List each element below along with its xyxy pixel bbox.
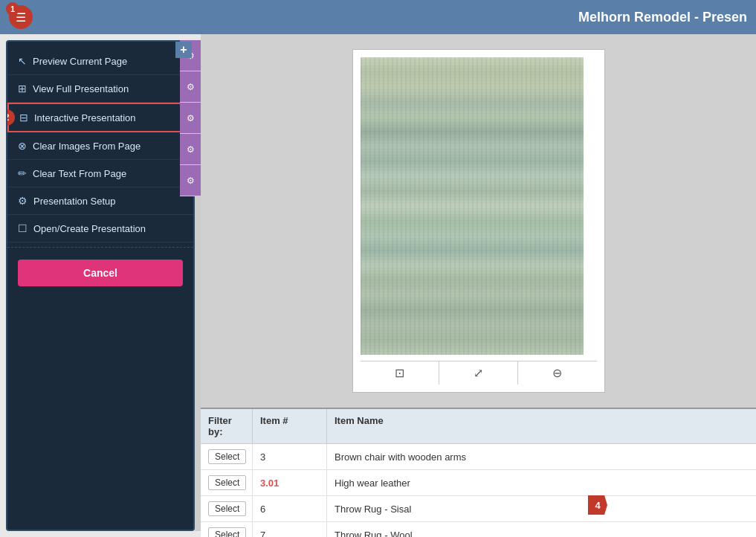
image-action-bar: ⊡ ⤢ ⊖ — [361, 361, 597, 385]
item-name-cell: Throw Rug - Wool — [327, 522, 756, 537]
select-cell: Select — [201, 496, 253, 521]
app-wrapper: ☰ 1 Melhorn Remodel - Presen + ↖ Preview… — [0, 0, 756, 537]
table-row: Select 3.01 High wear leather — [201, 470, 756, 496]
select-button[interactable]: Select — [208, 475, 246, 490]
left-panel-wrapper: + ↖ Preview Current Page ⊞ View Full Pre… — [0, 34, 201, 537]
select-cell: Select — [201, 470, 253, 495]
table-row: Select 3 Brown chair with wooden arms — [201, 444, 756, 470]
item-num-value: 3.01 — [260, 477, 279, 489]
interactive-icon: ⊟ — [19, 112, 28, 123]
add-button[interactable]: + — [175, 42, 192, 58]
cancel-button[interactable]: Cancel — [18, 260, 183, 286]
menu-item-clear-text[interactable]: ✏ Clear Text From Page — [7, 160, 193, 187]
bottom-table: 4 Filter by: Item # Item Name Select 3 B… — [201, 408, 756, 537]
menu-item-clear-images[interactable]: ⊗ Clear Images From Page — [7, 132, 193, 160]
item-num-cell: 3 — [253, 444, 327, 469]
select-button[interactable]: Select — [208, 501, 246, 516]
badge-1: 1 — [6, 2, 19, 16]
menu-item-preview-label: Preview Current Page — [33, 56, 127, 67]
table-row: Select 6 Throw Rug - Sisal — [201, 496, 756, 522]
item-num-cell: 3.01 — [253, 470, 327, 495]
menu-item-interactive[interactable]: 2 ⊟ Interactive Presentation — [7, 103, 193, 132]
menu-item-clear-text-label: Clear Text From Page — [33, 168, 126, 179]
item-num-header: Item # — [253, 409, 327, 443]
clear-images-icon: ⊗ — [18, 140, 27, 152]
gear-icon-4[interactable]: ⚙ — [180, 134, 201, 165]
badge-4: 4 — [588, 495, 607, 515]
pin-icon: ⊡ — [395, 366, 404, 380]
menu-item-view-full-label: View Full Presentation — [33, 83, 129, 94]
select-cell: Select — [201, 444, 253, 469]
right-panel: ⊡ ⤢ ⊖ 4 Filter by: — [201, 34, 756, 537]
pin-button[interactable]: ⊡ — [361, 361, 439, 385]
gear-icon-2[interactable]: ⚙ — [180, 71, 201, 103]
clear-text-icon: ✏ — [18, 167, 27, 179]
menu-item-pres-setup[interactable]: ⚙ Presentation Setup — [7, 187, 193, 215]
expand-icon: ⤢ — [474, 366, 483, 380]
gear-icon-5[interactable]: ⚙ — [180, 165, 201, 196]
select-button[interactable]: Select — [208, 449, 246, 464]
item-name-header: Item Name — [327, 409, 756, 443]
item-name-cell: Brown chair with wooden arms — [327, 444, 756, 469]
image-card: ⊡ ⤢ ⊖ — [352, 49, 605, 393]
menu-item-preview[interactable]: ↖ Preview Current Page — [7, 48, 193, 75]
badge-2: 2 — [6, 109, 15, 126]
preview-icon: ↖ — [18, 55, 27, 67]
item-name-cell: High wear leather — [327, 470, 756, 495]
app-title: Melhorn Remodel - Presen — [578, 10, 747, 25]
filter-by-header: Filter by: — [201, 409, 253, 443]
menu-item-open-create[interactable]: ☐ Open/Create Presentation — [7, 215, 193, 242]
menu-separator — [7, 247, 193, 248]
gear-icon-3[interactable]: ⚙ — [180, 103, 201, 134]
menu-item-interactive-label: Interactive Presentation — [34, 112, 136, 123]
remove-button[interactable]: ⊖ — [518, 361, 596, 385]
table-row: Select 7 Throw Rug - Wool — [201, 522, 756, 537]
preview-area: ⊡ ⤢ ⊖ — [201, 34, 756, 408]
top-bar: ☰ 1 Melhorn Remodel - Presen — [0, 0, 756, 34]
menu-item-pres-setup-label: Presentation Setup — [33, 196, 116, 207]
select-cell: Select — [201, 522, 253, 537]
item-num-cell: 7 — [253, 522, 327, 537]
select-button[interactable]: Select — [208, 527, 246, 537]
menu-item-open-create-label: Open/Create Presentation — [33, 223, 146, 234]
expand-button[interactable]: ⤢ — [439, 361, 518, 385]
menu-item-view-full[interactable]: ⊞ View Full Presentation — [7, 75, 193, 103]
rug-image — [361, 57, 584, 355]
item-name-cell: Throw Rug - Sisal — [327, 496, 756, 521]
pres-setup-icon: ⚙ — [18, 195, 28, 207]
view-full-icon: ⊞ — [18, 83, 27, 94]
remove-icon: ⊖ — [552, 366, 562, 380]
main-content: + ↖ Preview Current Page ⊞ View Full Pre… — [0, 34, 756, 537]
open-create-icon: ☐ — [18, 222, 28, 234]
table-header: Filter by: Item # Item Name — [201, 409, 756, 444]
item-num-cell: 6 — [253, 496, 327, 521]
menu-panel: ↖ Preview Current Page ⊞ View Full Prese… — [6, 40, 195, 531]
left-panel: + ↖ Preview Current Page ⊞ View Full Pre… — [0, 34, 201, 537]
gear-strip: ⚙ ⚙ ⚙ ⚙ ⚙ — [180, 40, 201, 196]
menu-item-clear-images-label: Clear Images From Page — [33, 141, 140, 152]
